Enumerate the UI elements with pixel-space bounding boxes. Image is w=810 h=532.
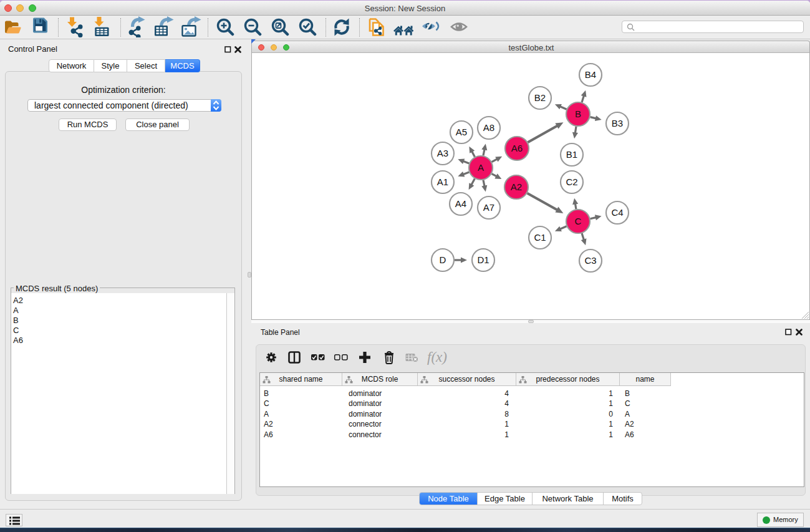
svg-text:D1: D1 (477, 254, 489, 265)
svg-text:B: B (575, 109, 581, 119)
svg-text:C3: C3 (584, 255, 596, 266)
svg-text:A2: A2 (511, 181, 522, 192)
svg-text:A1: A1 (437, 177, 448, 187)
svg-text:A3: A3 (437, 148, 448, 158)
svg-text:D: D (440, 254, 446, 265)
svg-text:B1: B1 (566, 149, 577, 160)
svg-text:B3: B3 (612, 118, 623, 128)
svg-text:A5: A5 (456, 127, 467, 137)
svg-text:A4: A4 (455, 198, 466, 209)
svg-text:C1: C1 (534, 232, 546, 243)
svg-text:A7: A7 (483, 202, 494, 213)
svg-text:C2: C2 (566, 177, 577, 187)
svg-text:A8: A8 (483, 122, 494, 133)
svg-text:B4: B4 (585, 69, 596, 80)
svg-text:C4: C4 (611, 207, 623, 218)
svg-text:A6: A6 (511, 143, 523, 153)
svg-text:C: C (575, 216, 582, 226)
svg-text:A: A (478, 162, 484, 173)
svg-text:B2: B2 (534, 92, 546, 103)
